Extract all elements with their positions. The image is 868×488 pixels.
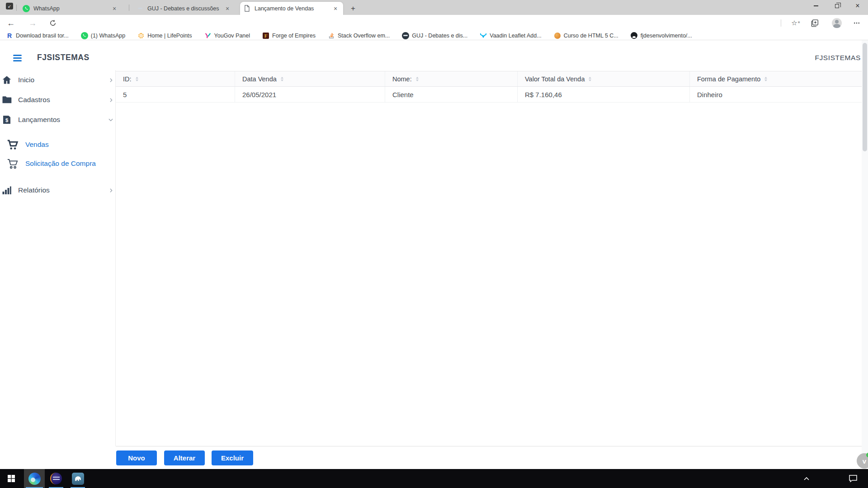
content-divider	[116, 446, 862, 446]
collections-icon[interactable]	[810, 18, 821, 28]
bookmark-label: Vaadin Leaflet Add...	[490, 33, 541, 39]
window-minimize-button[interactable]	[806, 0, 826, 12]
folder-icon	[0, 94, 13, 106]
bookmarks-bar: R Download brasil tor... (1) WhatsApp Ho…	[0, 31, 868, 40]
column-header-nome[interactable]: Nome:	[385, 71, 518, 86]
bookmark-yougov[interactable]: YouGov Panel	[204, 32, 250, 39]
novo-button[interactable]: Novo	[116, 450, 157, 465]
home-icon	[0, 74, 13, 86]
tab-whatsapp[interactable]: WhatsApp ×	[19, 2, 122, 15]
guj-icon	[137, 5, 144, 12]
sidebar-item-cadastros[interactable]: Cadastros	[0, 92, 115, 108]
browser-tab-strip: ↙ WhatsApp × GUJ - Debates e discussões …	[0, 0, 868, 15]
windows-taskbar: 09:07 26/05/2021	[0, 469, 868, 488]
ledger-icon: $	[0, 114, 13, 126]
app-brand: FJSISTEMAS	[37, 53, 90, 62]
column-header-label: Valor Total da Venda	[525, 75, 585, 83]
guj-icon	[402, 32, 409, 39]
bookmark-label: Home | LifePoints	[147, 33, 192, 39]
new-tab-button[interactable]: +	[348, 3, 359, 14]
column-header-valor-total[interactable]: Valor Total da Venda	[518, 71, 690, 86]
alterar-button[interactable]: Alterar	[164, 450, 205, 465]
column-header-id[interactable]: ID:	[116, 71, 235, 86]
sidebar-item-label: Solicitação de Compra	[25, 160, 96, 168]
sidebar-item-label: Cadastros	[18, 96, 50, 104]
tab-lancamento-de-vendas-active[interactable]: Lançamento de Vendas ×	[240, 2, 343, 15]
bookmark-vaadin[interactable]: Vaadin Leaflet Add...	[480, 32, 541, 39]
stackoverflow-icon	[328, 32, 335, 39]
svg-text:$: $	[5, 117, 8, 123]
forward-button[interactable]: →	[26, 17, 39, 29]
bookmark-label: Curso de HTML 5 C...	[564, 33, 618, 39]
sidebar-divider	[115, 70, 116, 446]
toolbar-separator	[781, 19, 781, 27]
table-row[interactable]: 5 26/05/2021 Cliente R$ 7.160,46 Dinheir…	[116, 87, 862, 103]
taskbar-edge-icon[interactable]	[24, 469, 45, 488]
bookmark-label: Forge of Empires	[272, 33, 316, 39]
excluir-button[interactable]: Excluir	[212, 450, 253, 465]
tab-close-icon[interactable]: ×	[331, 5, 340, 13]
show-hidden-icons-chevron[interactable]	[800, 469, 813, 488]
sort-icon	[136, 77, 138, 81]
bar-chart-icon	[0, 184, 13, 197]
bookmark-download-brasil[interactable]: R Download brasil tor...	[6, 32, 69, 39]
tab-actions-menu-icon[interactable]: ↙	[6, 3, 13, 9]
scrollbar-thumb[interactable]	[863, 43, 867, 151]
cart-outline-icon	[6, 157, 19, 170]
sort-icon	[281, 77, 283, 81]
menu-hamburger-icon[interactable]	[13, 55, 22, 61]
tab-close-icon[interactable]: ×	[110, 5, 118, 13]
vaadin-icon	[480, 32, 487, 39]
app-brand-right: FJSISTEMAS	[815, 54, 861, 62]
taskbar-pgadmin-icon[interactable]	[69, 469, 87, 488]
page-scrollbar	[862, 40, 868, 469]
taskbar-eclipse-icon[interactable]	[47, 469, 65, 488]
chevron-right-icon	[107, 76, 114, 84]
column-header-data-venda[interactable]: Data Venda	[235, 71, 385, 86]
chevron-down-icon	[107, 116, 114, 123]
profile-avatar[interactable]	[831, 18, 842, 28]
bookmark-forge-of-empires[interactable]: F Forge of Empires	[262, 32, 316, 39]
sidebar-item-relatorios[interactable]: Relatórios	[0, 182, 115, 198]
sidebar-item-lancamentos[interactable]: $ Lançamentos	[0, 112, 115, 128]
start-button[interactable]	[4, 469, 19, 488]
bookmark-curso-html5[interactable]: Curso de HTML 5 C...	[554, 32, 618, 39]
sidebar-item-label: Inicio	[18, 76, 34, 84]
sidebar-item-inicio[interactable]: Inicio	[0, 72, 115, 88]
window-controls: ×	[806, 0, 868, 12]
bookmark-fjdesenvolvimento[interactable]: fjdesenvolvimento/...	[631, 32, 692, 39]
window-restore-button[interactable]	[826, 0, 847, 12]
refresh-button[interactable]	[47, 17, 59, 29]
bookmark-stackoverflow[interactable]: Stack Overflow em...	[328, 32, 390, 39]
column-header-label: Data Venda	[242, 75, 277, 83]
bookmark-lifepoints[interactable]: Home | LifePoints	[137, 32, 192, 39]
sidebar-item-label: Relatórios	[18, 186, 50, 194]
screen: ↙ WhatsApp × GUJ - Debates e discussões …	[0, 0, 868, 488]
bookmark-label: (1) WhatsApp	[91, 33, 125, 39]
bookmark-whatsapp[interactable]: (1) WhatsApp	[81, 32, 125, 39]
tab-separator	[16, 5, 17, 11]
chevron-right-icon	[107, 96, 114, 103]
settings-menu-icon[interactable]	[851, 18, 862, 28]
back-button[interactable]: ←	[5, 17, 17, 29]
sales-grid: ID: Data Venda Nome: Valor Total da Vend…	[116, 71, 862, 103]
favorites-icon[interactable]: ☆≡	[789, 18, 800, 28]
tab-title: WhatsApp	[33, 5, 108, 12]
cart-filled-icon	[6, 138, 19, 151]
tab-close-icon[interactable]: ×	[223, 5, 231, 13]
column-header-forma-pagamento[interactable]: Forma de Pagamento	[690, 71, 862, 86]
sort-icon	[589, 77, 591, 81]
sidebar-item-solicitacao-de-compra[interactable]: Solicitação de Compra	[0, 155, 115, 172]
column-header-label: ID:	[123, 75, 132, 83]
status-dot	[866, 453, 868, 457]
column-header-label: Nome:	[392, 75, 412, 83]
html5-icon	[554, 32, 561, 39]
bookmark-guj[interactable]: GUJ - Debates e dis...	[402, 32, 467, 39]
bookmark-label: fjdesenvolvimento/...	[641, 33, 692, 39]
forge-icon: F	[262, 32, 269, 39]
tab-guj[interactable]: GUJ - Debates e discussões sobr ×	[133, 2, 235, 15]
window-close-button[interactable]: ×	[847, 0, 868, 12]
bookmark-label: GUJ - Debates e dis...	[412, 33, 467, 39]
sidebar-item-vendas[interactable]: Vendas	[0, 136, 115, 153]
action-center-icon[interactable]	[845, 469, 861, 488]
